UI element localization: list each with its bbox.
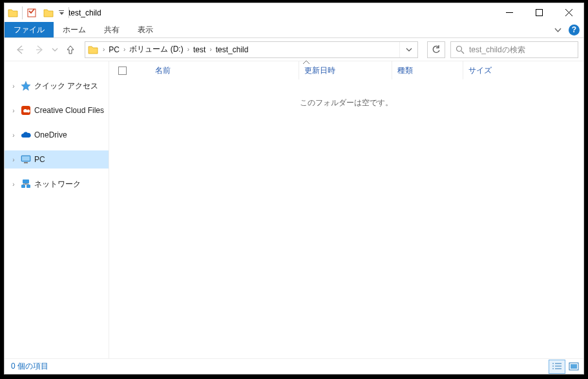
recent-locations-button[interactable] xyxy=(50,41,60,59)
navigation-bar: › PC › ボリューム (D:) › test › test_child xyxy=(5,38,583,61)
search-box[interactable] xyxy=(450,41,578,58)
chevron-right-icon[interactable]: › xyxy=(207,46,213,53)
sidebar-item-label: クイック アクセス xyxy=(34,81,98,92)
search-input[interactable] xyxy=(469,45,578,54)
sidebar-item-quick-access[interactable]: › クイック アクセス xyxy=(5,77,109,95)
tab-view[interactable]: 表示 xyxy=(129,22,162,37)
chevron-right-icon[interactable]: › xyxy=(10,156,17,163)
svg-rect-8 xyxy=(23,179,29,183)
status-bar: 0 個の項目 xyxy=(5,358,583,374)
star-icon xyxy=(20,80,32,92)
new-folder-button[interactable] xyxy=(40,5,57,21)
sidebar-item-network[interactable]: › ネットワーク xyxy=(5,175,109,193)
breadcrumb-test[interactable]: test xyxy=(191,42,207,57)
maximize-button[interactable] xyxy=(524,3,554,22)
large-icons-view-button[interactable] xyxy=(565,360,582,374)
creative-cloud-icon xyxy=(20,105,32,116)
svg-rect-9 xyxy=(21,185,25,188)
tab-home[interactable]: ホーム xyxy=(54,22,95,37)
up-button[interactable] xyxy=(61,41,79,59)
file-list-pane: 名前 更新日時 種類 サイズ このフォルダーは空です。 xyxy=(109,61,583,358)
chevron-right-icon[interactable]: › xyxy=(10,107,17,114)
column-headers: 名前 更新日時 種類 サイズ xyxy=(109,61,583,79)
tab-share[interactable]: 共有 xyxy=(95,22,129,37)
chevron-right-icon[interactable]: › xyxy=(10,83,17,90)
refresh-button[interactable] xyxy=(427,41,445,58)
svg-rect-1 xyxy=(59,10,64,11)
details-view-button[interactable] xyxy=(549,360,565,374)
address-history-dropdown[interactable] xyxy=(399,42,417,57)
sidebar-item-label: ネットワーク xyxy=(34,179,81,190)
tab-file[interactable]: ファイル xyxy=(5,22,54,37)
properties-button[interactable] xyxy=(23,5,40,21)
breadcrumb-volume[interactable]: ボリューム (D:) xyxy=(127,42,185,57)
window-title: test_child xyxy=(68,8,101,17)
separator xyxy=(68,7,69,18)
breadcrumb-pc[interactable]: PC xyxy=(107,42,121,57)
sidebar-item-onedrive[interactable]: › OneDrive xyxy=(5,126,109,144)
chevron-right-icon[interactable]: › xyxy=(101,46,107,53)
column-name[interactable]: 名前 xyxy=(150,61,299,79)
explorer-body: › クイック アクセス › Creative Cloud Files › xyxy=(5,61,583,358)
separator xyxy=(22,6,23,19)
title-bar: test_child xyxy=(5,3,583,22)
address-bar[interactable]: › PC › ボリューム (D:) › test › test_child xyxy=(85,41,418,58)
back-button[interactable] xyxy=(11,41,29,59)
breadcrumb-test-child[interactable]: test_child xyxy=(214,42,251,57)
qat-dropdown[interactable] xyxy=(57,5,66,21)
window-controls xyxy=(494,3,583,22)
search-icon xyxy=(451,45,469,54)
ribbon-tabs: ファイル ホーム 共有 表示 ? xyxy=(5,22,583,38)
explorer-window: test_child ファイル ホーム 共有 表示 ? xyxy=(4,3,584,374)
sidebar-item-label: Creative Cloud Files xyxy=(34,106,104,115)
folder-icon xyxy=(5,5,21,21)
cloud-icon xyxy=(20,129,32,141)
minimize-button[interactable] xyxy=(494,3,524,22)
svg-rect-2 xyxy=(536,10,542,16)
svg-rect-6 xyxy=(22,156,30,161)
chevron-right-icon[interactable]: › xyxy=(10,181,17,188)
network-icon xyxy=(20,178,32,190)
sidebar-item-label: PC xyxy=(34,155,45,164)
item-count: 0 個の項目 xyxy=(11,361,48,372)
ribbon-expand-button[interactable] xyxy=(551,23,565,37)
svg-rect-12 xyxy=(571,364,577,369)
column-size[interactable]: サイズ xyxy=(463,61,527,79)
svg-rect-7 xyxy=(24,162,28,163)
quick-access-toolbar xyxy=(5,3,66,22)
svg-point-3 xyxy=(457,46,462,51)
column-date[interactable]: 更新日時 xyxy=(299,61,392,79)
navigation-pane: › クイック アクセス › Creative Cloud Files › xyxy=(5,61,109,358)
forward-button[interactable] xyxy=(30,41,48,59)
empty-folder-message: このフォルダーは空です。 xyxy=(109,97,583,108)
sidebar-item-pc[interactable]: › PC xyxy=(5,150,109,169)
select-all-checkbox[interactable] xyxy=(118,67,127,75)
chevron-right-icon[interactable]: › xyxy=(121,46,127,53)
chevron-right-icon[interactable]: › xyxy=(10,132,17,139)
folder-icon xyxy=(85,45,101,55)
svg-rect-10 xyxy=(26,185,30,188)
sidebar-item-label: OneDrive xyxy=(34,130,67,139)
sidebar-item-creative-cloud[interactable]: › Creative Cloud Files xyxy=(5,101,109,119)
column-type[interactable]: 種類 xyxy=(392,61,463,79)
close-button[interactable] xyxy=(554,3,583,22)
help-button[interactable]: ? xyxy=(569,25,580,36)
sort-indicator-icon xyxy=(303,61,310,65)
chevron-right-icon[interactable]: › xyxy=(185,46,191,53)
pc-icon xyxy=(20,154,32,165)
